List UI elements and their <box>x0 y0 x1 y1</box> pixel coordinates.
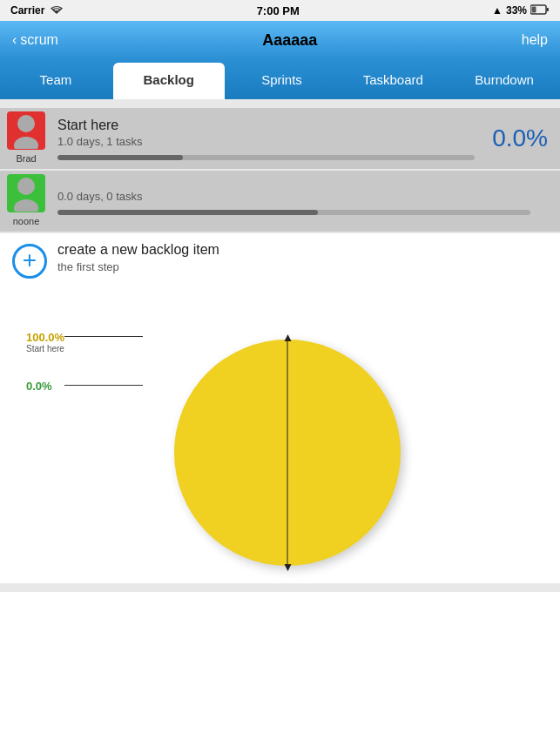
item-avatar-2: noone <box>0 171 52 232</box>
item-meta-1: 1.0 days, 1 tasks <box>57 135 475 148</box>
plus-icon: + <box>23 248 37 273</box>
status-left: Carrier <box>10 4 64 17</box>
chart-name-start: Start here <box>26 344 64 353</box>
carrier-label: Carrier <box>10 4 44 17</box>
chart-label-0: 0.0% <box>26 380 64 393</box>
item-meta-2: 0.0 days, 0 tasks <box>57 190 530 203</box>
tab-backlog[interactable]: Backlog <box>113 63 225 99</box>
gps-icon: ▲ <box>492 4 503 17</box>
connector-line-1 <box>64 336 143 337</box>
progress-bar-2 <box>57 210 530 215</box>
tab-sprints[interactable]: Sprints <box>226 59 338 99</box>
add-title: create a new backlog item <box>57 242 219 258</box>
tab-burndown[interactable]: Burndown <box>449 59 560 99</box>
svg-point-5 <box>17 178 35 195</box>
tab-taskboard[interactable]: Taskboard <box>337 59 449 99</box>
pie-divider-line <box>287 340 288 566</box>
add-text: create a new backlog item the first step <box>57 242 219 273</box>
chart-pct-0: 0.0% <box>26 380 64 393</box>
avatar-label-1: Brad <box>16 153 36 164</box>
battery-icon <box>530 4 550 17</box>
help-button[interactable]: help <box>522 32 548 48</box>
backlog-item-2[interactable]: noone 0.0 days, 0 tasks <box>0 171 560 232</box>
item-percent-1: 0.0% <box>483 108 560 169</box>
chart-pct-100: 100.0% <box>26 331 64 344</box>
progress-bar-1 <box>57 155 475 160</box>
content-area: Brad Start here 1.0 days, 1 tasks 0.0% n… <box>0 99 560 592</box>
avatar-photo-noone <box>7 174 45 212</box>
item-percent-2 <box>539 171 560 232</box>
item-avatar-1: Brad <box>0 108 52 169</box>
add-icon: + <box>12 244 47 279</box>
svg-rect-2 <box>531 6 536 12</box>
pie-circle <box>174 340 401 566</box>
battery-label: 33% <box>506 4 527 17</box>
progress-fill-2 <box>57 210 318 215</box>
svg-point-6 <box>14 199 38 212</box>
add-subtitle: the first step <box>57 260 219 273</box>
svg-point-3 <box>17 115 35 132</box>
chart-labels: 100.0% Start here 0.0% <box>26 331 64 393</box>
avatar-label-2: noone <box>13 216 40 226</box>
tab-team[interactable]: Team <box>0 59 111 99</box>
wifi-icon <box>50 4 64 17</box>
progress-fill-1 <box>57 155 183 160</box>
nav-bar: ‹ scrum Aaaaaa help <box>0 21 560 59</box>
backlog-item-1[interactable]: Brad Start here 1.0 days, 1 tasks 0.0% <box>0 108 560 169</box>
svg-rect-1 <box>546 8 549 11</box>
back-label: scrum <box>20 32 58 48</box>
svg-point-4 <box>14 137 38 149</box>
status-time: 7:00 PM <box>257 4 300 17</box>
connector-line-2 <box>64 385 143 386</box>
status-right: ▲ 33% <box>492 4 550 17</box>
chart-area: 100.0% Start here 0.0% <box>0 287 560 583</box>
pie-arrow-down <box>284 564 291 571</box>
tab-bar: Team Backlog Sprints Taskboard Burndown <box>0 59 560 99</box>
chart-label-100: 100.0% Start here <box>26 331 64 353</box>
pie-arrow-up <box>284 334 291 341</box>
pie-chart <box>174 340 401 566</box>
back-chevron-icon: ‹ <box>12 32 17 48</box>
item-body-2: 0.0 days, 0 tasks <box>52 171 539 232</box>
back-button[interactable]: ‹ scrum <box>12 32 58 48</box>
avatar-photo-brad <box>7 111 45 150</box>
add-item-button[interactable]: + create a new backlog item the first st… <box>0 233 560 287</box>
status-bar: Carrier 7:00 PM ▲ 33% <box>0 0 560 21</box>
item-body-1: Start here 1.0 days, 1 tasks <box>52 108 483 169</box>
item-title-1: Start here <box>57 118 475 133</box>
nav-title: Aaaaaa <box>262 31 317 50</box>
